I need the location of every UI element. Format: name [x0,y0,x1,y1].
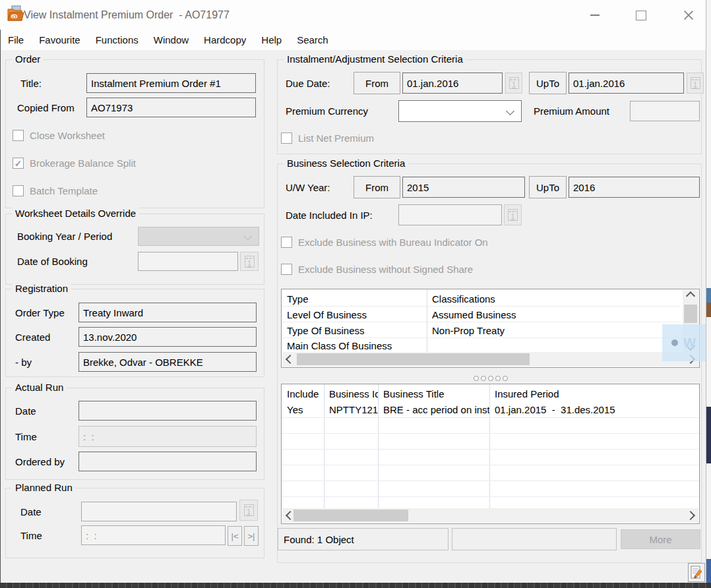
brokerage-balance-split-label: Brokerage Balance Split [30,158,136,169]
horizontal-scrollbar[interactable] [282,352,698,367]
actual-run-date-field[interactable] [78,401,257,421]
checkbox-icon [281,132,292,144]
uw-year-upto-field[interactable]: 2016 [569,177,700,198]
exclude-signed-share-label: Exclude Business without Signed Share [298,264,473,275]
scroll-right-icon[interactable] [685,508,698,523]
overlay-text: W [683,336,696,351]
pager-dot [488,376,493,381]
created-field[interactable]: 13.nov.2020 [78,327,257,347]
planned-run-date-field[interactable] [81,502,237,521]
cell-type: Main Class Of Business [282,340,427,351]
business-table-header: Include Business Id Business Title Insur… [282,386,699,401]
time-last-button[interactable]: >| [244,526,259,546]
pager-dot [495,376,501,381]
column-header-business-id[interactable]: Business Id [324,388,378,399]
premium-amount-field[interactable] [630,101,700,121]
ordered-by-field[interactable] [78,452,257,471]
time-first-button[interactable]: |< [228,526,242,546]
cell-business-id: NPTTY121... [324,404,378,415]
chevron-down-icon [243,232,252,241]
booking-year-period-combo[interactable] [138,227,259,246]
calendar-icon [691,77,700,89]
title-bar: O View Instalment Premium Order - AO7197… [0,0,706,30]
business-criteria-legend: Business Selection Criteria [284,158,408,169]
column-header-insured-period[interactable]: Insured Period [489,388,559,399]
close-worksheet-checkbox[interactable]: Close Worksheet [13,130,105,141]
more-button[interactable]: More [621,529,700,549]
uw-year-from-tag: From [354,176,400,198]
batch-template-checkbox[interactable]: Batch Template [13,185,98,196]
actual-run-date-label: Date [15,401,36,421]
planned-run-date-calendar-button[interactable] [239,500,258,521]
planned-run-date-label: Date [20,502,42,521]
scroll-up-icon[interactable] [686,291,695,301]
column-header-type[interactable]: Type [282,293,427,305]
uw-year-upto-tag: UpTo [529,176,567,198]
menu-file[interactable]: File [8,34,24,45]
actual-run-group: Actual Run Date Time : : Ordered by [5,388,264,480]
exclude-bureau-checkbox[interactable]: Exclude Business with Bureau Indicator O… [281,237,488,248]
date-included-calendar-button[interactable] [504,204,522,225]
actual-run-time-field[interactable]: : : [78,426,257,447]
cell-classification: Assumed Business [427,309,516,320]
menu-window[interactable]: Window [154,34,189,45]
planned-run-legend: Planned Run [12,482,76,493]
table-row[interactable]: Main Class Of Business [282,338,699,353]
brokerage-balance-split-checkbox[interactable]: ✓ Brokerage Balance Split [13,158,136,169]
due-date-from-field[interactable]: 01.jan.2016 [402,73,503,94]
column-header-include[interactable]: Include [282,388,324,399]
taskbar-edge-strip [0,583,711,588]
created-by-label: - by [15,352,32,372]
table-row[interactable]: Level Of Business Assumed Business [282,307,699,322]
title-field[interactable]: Instalment Premium Order #1 [86,73,256,93]
close-button[interactable] [674,5,703,25]
uw-year-from-field[interactable]: 2015 [402,177,525,198]
scrollbar-thumb[interactable] [684,305,697,323]
menu-search[interactable]: Search [297,34,328,45]
table-row[interactable]: Yes NPTTY121... BRE - acc period on inst… [282,401,699,417]
exclude-signed-share-checkbox[interactable]: Exclude Business without Signed Share [281,264,473,275]
copied-from-field[interactable]: AO71973 [86,98,256,117]
message-field [452,528,617,550]
due-date-from-calendar-button[interactable] [505,73,522,94]
business-table: Include Business Id Business Title Insur… [281,384,700,524]
scroll-left-icon[interactable] [282,352,295,367]
scrollbar-thumb[interactable] [297,353,530,365]
column-header-business-title[interactable]: Business Title [378,388,489,399]
due-date-upto-calendar-button[interactable] [687,73,704,94]
minimize-button[interactable] [580,5,609,25]
due-date-upto-field[interactable]: 01.jan.2016 [569,73,684,94]
date-of-booking-field[interactable] [138,252,238,271]
premium-currency-combo[interactable] [398,100,522,122]
calendar-icon [509,77,519,89]
planned-run-group: Planned Run Date Time : : |< >| [5,488,264,558]
scrollbar-thumb[interactable] [294,510,408,521]
copied-from-label: Copied From [17,98,75,117]
planned-run-time-field[interactable]: : : [81,525,226,545]
edit-note-icon [689,565,704,581]
classification-table: Type Classifications Level Of Business A… [281,289,700,368]
date-included-field[interactable] [398,204,502,225]
date-of-booking-label: Date of Booking [17,252,88,271]
close-worksheet-label: Close Worksheet [30,130,105,141]
menu-favourite[interactable]: Favourite [39,34,80,45]
overlay-artifact: W [662,324,711,361]
maximize-button[interactable] [627,5,656,25]
booking-year-period-label: Booking Year / Period [17,227,112,246]
menu-functions[interactable]: Functions [96,34,139,45]
edit-note-button[interactable] [688,563,705,582]
horizontal-scrollbar[interactable] [282,508,698,523]
menu-hardcopy[interactable]: Hardcopy [204,34,246,45]
date-of-booking-calendar-button[interactable] [240,252,259,271]
table-row[interactable]: Type Of Business Non-Prop Treaty [282,322,699,338]
menu-help[interactable]: Help [261,34,282,45]
cell-type: Level Of Business [282,309,427,320]
list-net-premium-checkbox[interactable]: List Net Premium [281,132,374,144]
svg-text:O: O [12,14,16,20]
created-by-field[interactable]: Brekke, Odvar - OBREKKE [78,352,257,372]
column-header-classifications[interactable]: Classifications [427,293,495,305]
order-type-field[interactable]: Treaty Inward [78,303,257,322]
pager-dot [481,376,486,381]
date-included-label: Date Included In IP: [286,204,373,225]
overlay-dot-icon [671,339,678,346]
